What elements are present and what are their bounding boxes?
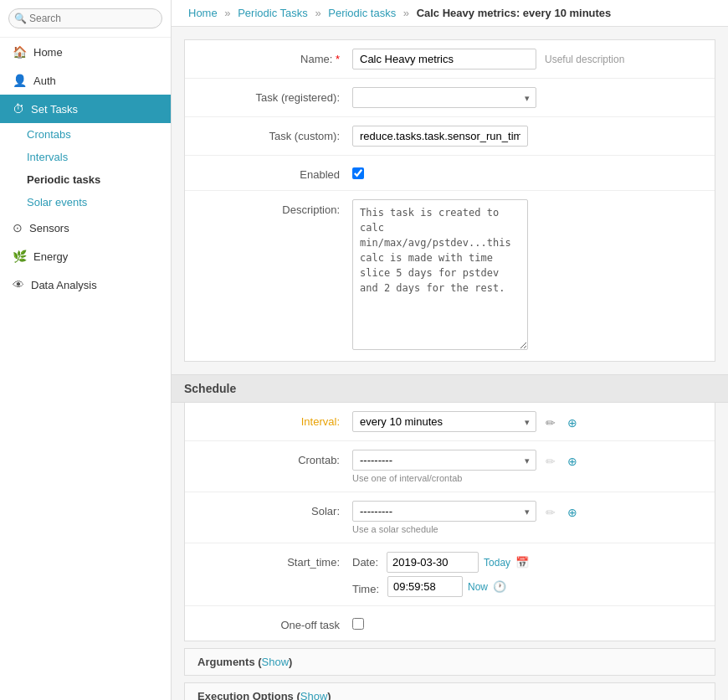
solar-actions: ✏ ⊕ (541, 502, 582, 522)
execution-options-section: Execution Options (Show) (184, 682, 715, 700)
one-off-control (352, 615, 715, 632)
task-registered-control: ▾ (352, 87, 715, 108)
interval-actions: ✏ ⊕ (541, 412, 582, 432)
solar-edit-button[interactable]: ✏ (541, 503, 560, 522)
crontab-select[interactable]: --------- (352, 450, 536, 471)
breadcrumb: Home » Periodic Tasks » Periodic tasks »… (172, 0, 728, 27)
crontab-add-button[interactable]: ⊕ (563, 452, 582, 471)
sidebar-item-set-tasks-label: Set Tasks (31, 103, 78, 116)
sub-nav: Crontabs Intervals Periodic tasks Solar … (0, 123, 171, 214)
breadcrumb-current: Calc Heavy metrics: every 10 minutes (417, 7, 612, 19)
interval-row: Interval: every 10 minutes ▾ ✏ ⊕ (185, 403, 715, 441)
arguments-section: Arguments (Show) (184, 648, 715, 676)
task-registered-select-wrap: ▾ (352, 87, 536, 108)
sidebar-item-home[interactable]: 🏠 Home (0, 38, 171, 66)
sidebar-item-auth[interactable]: 👤 Auth (0, 66, 171, 95)
execution-options-header: Execution Options (Show) (185, 683, 715, 700)
clock-icon: 🕐 (493, 580, 506, 593)
solar-row: Solar: --------- ▾ ✏ ⊕ (185, 492, 715, 543)
description-textarea[interactable]: This task is created to calc min/max/avg… (352, 199, 528, 350)
breadcrumb-home[interactable]: Home (188, 7, 218, 19)
form-card: Name: * Useful description Task (registe… (184, 39, 715, 362)
calendar-icon: 📅 (515, 556, 529, 569)
now-button[interactable]: Now (468, 581, 488, 593)
content-area: Name: * Useful description Task (registe… (172, 27, 728, 700)
crontab-select-wrap: --------- ▾ (352, 450, 536, 471)
schedule-header: Schedule (172, 374, 728, 403)
main-content: Home » Periodic Tasks » Periodic tasks »… (172, 0, 728, 700)
sidebar-item-solar-events[interactable]: Solar events (0, 191, 171, 214)
task-registered-select[interactable] (352, 87, 536, 108)
search-icon: 🔍 (14, 13, 27, 24)
crontab-label: Crontab: (185, 450, 352, 466)
name-input[interactable] (352, 49, 536, 69)
interval-select-wrap: every 10 minutes ▾ (352, 411, 536, 432)
useful-description: Useful description (545, 54, 624, 65)
sidebar-item-data-analysis-label: Data Analysis (31, 279, 97, 291)
arguments-header: Arguments (Show) (185, 649, 715, 675)
task-registered-label: Task (registered): (185, 87, 352, 104)
execution-options-show-link[interactable]: Show (300, 690, 328, 700)
sidebar-item-auth-label: Auth (33, 75, 56, 87)
start-time-row: Start_time: Date: Today 📅 Time: Now (185, 543, 715, 606)
solar-select[interactable]: --------- (352, 501, 536, 522)
enabled-control (352, 164, 715, 182)
name-control: Useful description (352, 49, 715, 69)
interval-edit-button[interactable]: ✏ (541, 414, 560, 432)
sidebar-item-intervals[interactable]: Intervals (0, 146, 171, 168)
task-custom-input[interactable] (352, 126, 528, 147)
breadcrumb-periodic-tasks-2[interactable]: Periodic tasks (328, 7, 396, 19)
interval-select[interactable]: every 10 minutes (352, 411, 536, 432)
name-row: Name: * Useful description (185, 40, 715, 79)
one-off-label: One-off task (185, 615, 352, 631)
sidebar-item-energy[interactable]: 🌿 Energy (0, 242, 171, 270)
home-icon: 🏠 (13, 45, 27, 59)
sidebar-item-sensors-label: Sensors (29, 222, 69, 234)
crontab-edit-button[interactable]: ✏ (541, 452, 560, 471)
time-line: Time: Now 🕐 (352, 576, 698, 597)
one-off-checkbox[interactable] (352, 618, 364, 630)
enabled-label: Enabled (185, 164, 352, 181)
task-registered-row: Task (registered): ▾ (185, 79, 715, 117)
date-line: Date: Today 📅 (352, 552, 698, 573)
energy-icon: 🌿 (13, 250, 27, 263)
sidebar-item-data-analysis[interactable]: 👁 Data Analysis (0, 270, 171, 299)
breadcrumb-periodic-tasks[interactable]: Periodic Tasks (238, 7, 308, 19)
search-container: 🔍 (0, 0, 171, 38)
description-label: Description: (185, 199, 352, 216)
start-time-control: Date: Today 📅 Time: Now 🕐 (352, 552, 715, 597)
solar-control: --------- ▾ ✏ ⊕ Use a solar schedule (352, 501, 715, 534)
solar-label: Solar: (185, 501, 352, 517)
start-time-block: Date: Today 📅 Time: Now 🕐 (352, 552, 698, 597)
name-required: * (336, 53, 340, 65)
eye-icon: 👁 (13, 278, 24, 291)
enabled-checkbox[interactable] (352, 167, 364, 179)
breadcrumb-sep-3: » (403, 7, 409, 19)
task-custom-label: Task (custom): (185, 126, 352, 142)
interval-label: Interval: (185, 411, 352, 428)
interval-add-button[interactable]: ⊕ (563, 414, 582, 432)
enabled-row: Enabled (185, 156, 715, 191)
sensors-icon: ⊙ (13, 221, 23, 234)
crontab-row: Crontab: --------- ▾ ✏ ⊕ (185, 441, 715, 492)
today-button[interactable]: Today (484, 557, 510, 569)
user-icon: 👤 (13, 74, 27, 87)
sidebar-item-crontabs[interactable]: Crontabs (0, 123, 171, 146)
schedule-card: Interval: every 10 minutes ▾ ✏ ⊕ (184, 403, 715, 641)
solar-hint: Use a solar schedule (352, 524, 698, 534)
sidebar-nav: 🏠 Home 👤 Auth ⏱ Set Tasks Crontabs Inter… (0, 38, 171, 700)
task-custom-row: Task (custom): (185, 117, 715, 156)
solar-add-button[interactable]: ⊕ (563, 503, 582, 522)
sidebar-item-energy-label: Energy (33, 250, 68, 263)
arguments-show-link[interactable]: Show (262, 656, 290, 668)
date-input[interactable] (387, 552, 479, 573)
search-input[interactable] (8, 8, 162, 28)
sidebar-item-periodic-tasks[interactable]: Periodic tasks (0, 168, 171, 191)
start-time-label: Start_time: (185, 552, 352, 569)
sidebar: 🔍 🏠 Home 👤 Auth ⏱ Set Tasks Crontabs Int… (0, 0, 172, 700)
sidebar-item-set-tasks[interactable]: ⏱ Set Tasks (0, 95, 171, 123)
breadcrumb-sep-1: » (224, 7, 230, 19)
sidebar-item-sensors[interactable]: ⊙ Sensors (0, 214, 171, 242)
description-control: This task is created to calc min/max/avg… (352, 199, 715, 353)
time-input[interactable] (387, 576, 463, 597)
